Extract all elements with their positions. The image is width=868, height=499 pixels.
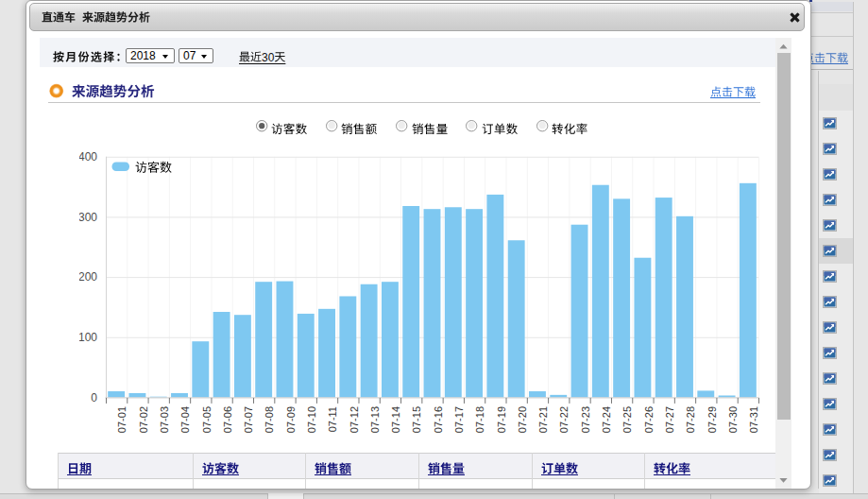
svg-text:07-09: 07-09: [285, 406, 297, 433]
svg-text:07-24: 07-24: [601, 406, 612, 433]
svg-text:07-21: 07-21: [537, 406, 549, 433]
svg-text:07-28: 07-28: [685, 406, 696, 433]
svg-text:07-01: 07-01: [116, 406, 128, 433]
svg-text:07-04: 07-04: [179, 406, 191, 433]
svg-text:07-23: 07-23: [580, 406, 591, 433]
svg-text:100: 100: [79, 331, 97, 344]
svg-text:07-10: 07-10: [306, 406, 317, 433]
svg-text:07-07: 07-07: [243, 406, 254, 433]
svg-text:300: 300: [79, 211, 97, 224]
svg-text:07-11: 07-11: [327, 406, 338, 432]
svg-text:07-13: 07-13: [369, 406, 381, 433]
svg-text:07-19: 07-19: [496, 406, 507, 433]
svg-text:07-02: 07-02: [138, 406, 149, 433]
svg-text:07-31: 07-31: [748, 406, 759, 433]
svg-text:07-30: 07-30: [727, 406, 739, 433]
svg-text:07-08: 07-08: [264, 406, 275, 433]
svg-text:07-18: 07-18: [474, 406, 485, 433]
svg-text:400: 400: [79, 150, 97, 163]
svg-text:07-22: 07-22: [558, 406, 570, 433]
svg-text:200: 200: [79, 270, 97, 284]
svg-text:07-17: 07-17: [453, 406, 465, 433]
svg-text:07-20: 07-20: [517, 406, 528, 433]
svg-text:07-03: 07-03: [159, 406, 170, 433]
svg-text:07-25: 07-25: [621, 406, 633, 433]
svg-text:07-14: 07-14: [390, 406, 401, 433]
svg-text:07-29: 07-29: [706, 406, 718, 433]
svg-text:07-15: 07-15: [411, 406, 422, 433]
svg-text:07-12: 07-12: [349, 406, 360, 433]
svg-text:07-16: 07-16: [433, 406, 444, 433]
svg-text:07-27: 07-27: [664, 406, 675, 433]
svg-text:07-26: 07-26: [643, 406, 655, 433]
svg-text:0: 0: [91, 391, 97, 404]
svg-text:07-06: 07-06: [222, 406, 233, 433]
svg-text:07-05: 07-05: [201, 406, 213, 433]
svg-text:30: 30: [262, 51, 275, 64]
